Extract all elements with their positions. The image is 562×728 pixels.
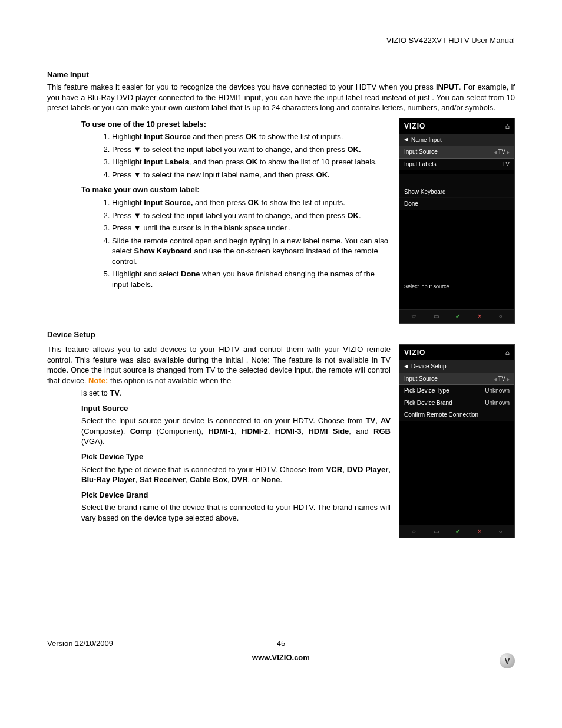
list-item: Slide the remote control open and begin … — [112, 236, 391, 267]
preset-steps-list: Highlight Input Source and then press OK… — [47, 131, 391, 180]
list-item: Press ▼ to select the input label you wa… — [112, 210, 391, 221]
menu-icon: ▭ — [434, 528, 439, 536]
osd-row-show-keyboard: Show Keyboard — [399, 186, 514, 199]
osd-screenshot-name-input: VIZIO ⌂ ◀ Name Input Input Source ◀ TV ▶… — [399, 118, 515, 324]
home-icon: ⌂ — [505, 121, 510, 131]
osd-bottom-bar: ☆ ▭ ✔ ✕ ○ — [399, 309, 514, 323]
sub-heading-pick-device-type: Pick Device Type — [81, 452, 391, 462]
osd-row-blank — [399, 174, 514, 186]
back-arrow-icon: ◀ — [404, 364, 408, 370]
osd-row-input-source: Input Source ◀ TV ▶ — [399, 146, 514, 159]
section-heading-device-setup: Device Setup — [47, 330, 515, 340]
vizio-logo-text: VIZIO — [404, 121, 425, 131]
preset-labels-heading: To use one of the 10 preset labels: — [81, 119, 391, 130]
osd-bottom-bar: ☆ ▭ ✔ ✕ ○ — [399, 525, 514, 538]
osd2-row-pick-brand: Pick Device Brand Unknown — [399, 397, 514, 410]
header-doc-title: VIZIO SV422XVT HDTV User Manual — [47, 35, 515, 46]
list-item: Press ▼ to select the input label you wa… — [112, 144, 391, 155]
custom-label-heading: To make your own custom label: — [81, 185, 391, 195]
star-icon: ☆ — [411, 528, 416, 536]
osd2-row-pick-type: Pick Device Type Unknown — [399, 385, 514, 397]
osd2-row-confirm: Confirm Remote Connection — [399, 409, 514, 421]
sub-heading-pick-device-brand: Pick Device Brand — [81, 490, 391, 500]
sub-para-input-source: Select the input source your device is c… — [81, 416, 391, 447]
home-icon: ⌂ — [505, 348, 510, 357]
circle-icon: ○ — [499, 528, 503, 536]
vizio-logo-text: VIZIO — [404, 348, 425, 357]
osd-row-input-labels: Input Labels TV — [399, 159, 514, 171]
list-item: Highlight Input Labels, and then press O… — [112, 157, 391, 167]
footer-page-number: 45 — [47, 638, 515, 649]
osd-row-done: Done — [399, 198, 514, 210]
osd-title: Name Input — [411, 136, 442, 144]
circle-icon: ○ — [499, 312, 503, 321]
footer-url: www.VIZIO.com — [47, 653, 515, 663]
list-item: Highlight Input Source and then press OK… — [112, 131, 391, 142]
osd2-row-input-source: Input Source ◀ TV ▶ — [399, 373, 514, 386]
sub-para-pick-device-brand: Select the brand name of the device that… — [81, 502, 391, 523]
osd-screenshot-device-setup: VIZIO ⌂ ◀ Device Setup Input Source ◀ TV… — [399, 344, 515, 538]
section-heading-name-input: Name Input — [47, 70, 515, 80]
device-setup-para: This feature allows you to add devices t… — [47, 344, 391, 386]
vizio-logo-icon: V — [500, 653, 515, 668]
sub-heading-input-source: Input Source — [81, 403, 391, 414]
menu-icon: ▭ — [434, 312, 439, 321]
back-arrow-icon: ◀ — [404, 137, 408, 143]
custom-steps-list: Highlight Input Source, and then press O… — [47, 197, 391, 289]
section1-intro: This feature makes it easier for you to … — [47, 82, 515, 113]
list-item: Press ▼ to select the new input label na… — [112, 170, 391, 180]
list-item: Highlight Input Source, and then press O… — [112, 197, 391, 208]
check-icon: ✔ — [455, 528, 460, 536]
list-item: Press ▼ until the cursor is in the blank… — [112, 223, 391, 233]
check-icon: ✔ — [455, 312, 460, 321]
sub-para-pick-device-type: Select the type of device that is connec… — [81, 465, 391, 485]
osd-title: Device Setup — [411, 363, 446, 371]
osd-hint-text: Select input source — [399, 281, 514, 292]
page-footer: Version 12/10/2009 45 www.VIZIO.com V — [47, 638, 515, 663]
close-icon: ✕ — [477, 312, 482, 321]
star-icon: ☆ — [411, 312, 416, 321]
list-item: Highlight and select Done when you have … — [112, 269, 391, 289]
close-icon: ✕ — [477, 528, 482, 536]
